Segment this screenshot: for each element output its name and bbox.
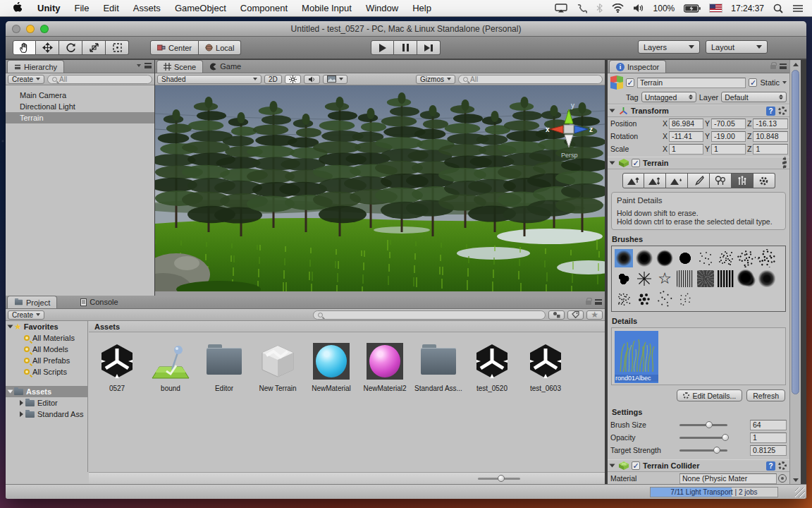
brush-size-slider[interactable] xyxy=(679,424,727,426)
phone-icon[interactable] xyxy=(577,4,587,13)
brush-thumbnail-spike-star[interactable] xyxy=(635,270,653,288)
scene-search-input[interactable]: All xyxy=(458,75,603,84)
rotation-x-field[interactable]: -11.41 xyxy=(669,131,703,142)
volume-icon[interactable] xyxy=(633,4,644,13)
brush-thumbnail-dense-streaks[interactable] xyxy=(717,270,735,288)
tab-inspector[interactable]: i Inspector xyxy=(609,60,666,73)
foldout-triangle[interactable] xyxy=(610,464,615,468)
battery-icon[interactable] xyxy=(684,4,701,13)
layer-popup[interactable]: Default xyxy=(721,92,787,102)
scroll-down-arrow[interactable] xyxy=(793,478,799,482)
scale-y-field[interactable]: 1 xyxy=(711,144,746,155)
menu-component[interactable]: Component xyxy=(233,3,295,13)
close-window-button[interactable] xyxy=(12,25,20,33)
terrain-enabled-checkbox[interactable]: ✓ xyxy=(632,159,640,167)
scene-audio-button[interactable] xyxy=(304,75,320,84)
favorites-root[interactable]: ★Favorites xyxy=(6,321,87,332)
raise-lower-terrain-tool[interactable] xyxy=(622,173,644,188)
inspector-scrollbar[interactable] xyxy=(789,60,801,485)
scene-orientation-gizmo[interactable]: y x z Persp xyxy=(543,101,595,160)
brush-thumbnail-speckle-dense[interactable] xyxy=(717,249,735,267)
foldout-triangle[interactable] xyxy=(20,411,23,417)
favorite-all-models[interactable]: All Models xyxy=(6,344,87,355)
layers-dropdown[interactable]: Layers xyxy=(638,40,700,54)
2d-toggle-button[interactable]: 2D xyxy=(264,75,282,84)
input-language-flag-icon[interactable] xyxy=(710,4,722,12)
brush-thumbnail-scatter-burst[interactable] xyxy=(615,290,633,308)
thumbnail-size-slider[interactable] xyxy=(478,478,520,480)
static-dropdown-icon[interactable] xyxy=(782,81,787,84)
brush-thumbnail-solid-circle[interactable] xyxy=(676,249,694,267)
play-button[interactable] xyxy=(371,40,394,55)
brush-thumbnail-speckle-coarse[interactable] xyxy=(737,249,756,267)
gear-icon[interactable] xyxy=(778,461,787,470)
asset-0527[interactable]: 0527 xyxy=(90,341,144,392)
scrollbar-thumb[interactable] xyxy=(792,70,799,394)
brush-thumbnail-scatter-sparse[interactable] xyxy=(676,290,694,308)
tab-scene[interactable]: Scene xyxy=(156,60,203,73)
slider-thumb[interactable] xyxy=(722,434,729,441)
hand-tool-button[interactable] xyxy=(13,40,36,55)
target-strength-slider[interactable] xyxy=(679,449,727,452)
spotlight-search-icon[interactable] xyxy=(773,4,783,13)
brush-size-value-field[interactable]: 64 xyxy=(750,420,787,430)
asset-new-terrain[interactable]: New Terrain xyxy=(251,341,304,392)
asset-newmaterial2[interactable]: NewMaterial2 xyxy=(358,341,412,392)
asset-test-0603[interactable]: test_0603 xyxy=(519,341,572,392)
rotation-y-field[interactable]: -19.00 xyxy=(711,131,746,142)
rotate-tool-button[interactable] xyxy=(59,40,82,55)
brush-thumbnail-speckle-light[interactable] xyxy=(696,249,715,267)
position-z-field[interactable]: -16.13 xyxy=(753,119,788,129)
brush-thumbnail-cluster-rings[interactable] xyxy=(615,270,633,288)
scale-x-field[interactable]: 1 xyxy=(669,144,703,155)
panel-options-icon[interactable] xyxy=(595,299,602,305)
foldout-triangle[interactable] xyxy=(610,162,615,165)
favorite-all-materials[interactable]: All Materials xyxy=(6,332,87,344)
gear-icon[interactable] xyxy=(782,157,787,169)
tag-popup[interactable]: Untagged xyxy=(641,92,696,102)
object-picker-icon[interactable] xyxy=(778,474,787,483)
paint-height-tool[interactable] xyxy=(644,173,666,188)
slider-thumb[interactable] xyxy=(706,421,713,428)
position-y-field[interactable]: -70.05 xyxy=(711,119,746,129)
menu-file[interactable]: File xyxy=(68,3,97,13)
notification-center-icon[interactable] xyxy=(792,4,804,13)
help-icon[interactable]: ? xyxy=(766,461,775,471)
menu-mobile-input[interactable]: Mobile Input xyxy=(295,3,359,13)
scene-viewport[interactable]: y x z Persp xyxy=(155,85,605,291)
shading-mode-dropdown[interactable]: Shaded xyxy=(157,75,262,84)
pivot-center-button[interactable]: Center xyxy=(150,40,199,55)
lightmapping-progress-bar[interactable]: 7/11 Light Transport| 2 jobs xyxy=(650,487,778,497)
hierarchy-item-terrain[interactable]: Terrain xyxy=(6,112,154,123)
panel-menu-icon[interactable] xyxy=(137,64,141,67)
tree-assets-root[interactable]: Assets xyxy=(6,386,87,397)
gameobject-active-checkbox[interactable]: ✓ xyxy=(626,78,634,87)
slider-thumb[interactable] xyxy=(498,475,505,482)
position-x-field[interactable]: 86.984 xyxy=(669,119,703,129)
asset-editor-folder[interactable]: Editor xyxy=(197,341,251,392)
foldout-triangle[interactable] xyxy=(20,400,23,406)
menu-unity[interactable]: Unity xyxy=(30,3,68,13)
brush-thumbnail-ink-blob[interactable] xyxy=(737,270,756,288)
tree-editor-folder[interactable]: Editor xyxy=(6,397,87,409)
brush-thumbnail-star-outline[interactable]: ☆ xyxy=(656,270,674,288)
gameobject-name-field[interactable]: Terrain xyxy=(637,78,746,88)
rotation-z-field[interactable]: 10.848 xyxy=(753,131,788,142)
opacity-value-field[interactable]: 1 xyxy=(750,433,787,443)
menu-help[interactable]: Help xyxy=(405,3,438,13)
lock-icon[interactable] xyxy=(586,301,591,305)
physic-material-field[interactable]: None (Physic Mater xyxy=(679,473,777,484)
zoom-window-button[interactable] xyxy=(40,25,49,33)
airplay-icon[interactable] xyxy=(555,4,567,13)
lock-icon[interactable] xyxy=(770,65,776,69)
pause-button[interactable] xyxy=(394,40,417,55)
brush-thumbnail-soft-circle-large[interactable] xyxy=(656,249,674,267)
hierarchy-create-dropdown[interactable]: Create xyxy=(8,75,44,84)
tab-hierarchy[interactable]: Hierarchy xyxy=(7,60,64,73)
window-resize-grip[interactable] xyxy=(795,488,805,497)
opacity-slider[interactable] xyxy=(679,437,727,439)
refresh-button[interactable]: Refresh xyxy=(746,389,785,401)
layout-dropdown[interactable]: Layout xyxy=(706,40,768,54)
collider-enabled-checkbox[interactable]: ✓ xyxy=(632,461,640,470)
tab-game[interactable]: Game xyxy=(203,60,247,73)
